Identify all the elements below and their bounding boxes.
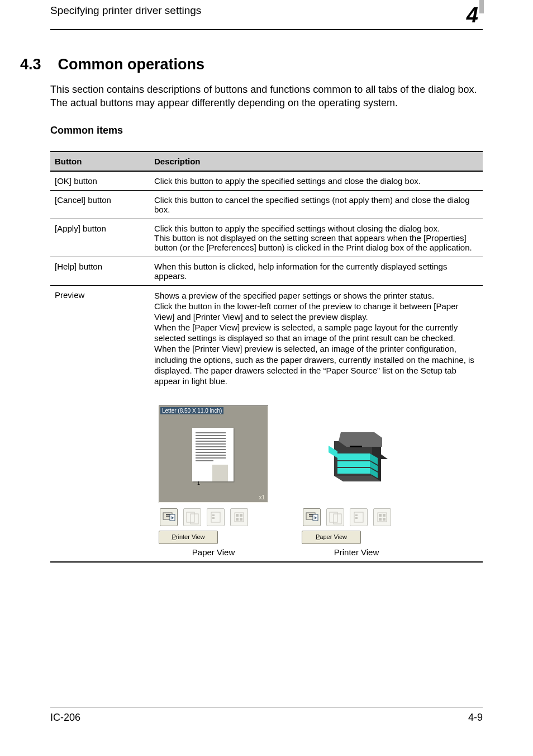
- watermark-icon[interactable]: [326, 508, 344, 526]
- page-header: Specifying printer driver settings 4: [50, 4, 483, 34]
- svg-rect-34: [355, 514, 358, 516]
- model-label: IC-206: [50, 712, 80, 724]
- common-items-table: Button Description [OK] button Click thi…: [50, 151, 483, 563]
- paper-view-button[interactable]: Paper View: [302, 531, 361, 544]
- paper-view-caption: Paper View: [159, 547, 268, 557]
- cell-desc: Click this button to apply the specified…: [150, 219, 483, 257]
- paper-view-canvas: Letter (8.50 X 11.0 inch): [159, 405, 268, 503]
- table-row: [Help] button When this button is clicke…: [50, 257, 483, 285]
- svg-rect-13: [240, 518, 242, 521]
- svg-rect-37: [379, 514, 382, 517]
- button-label-rest: rinter View: [176, 533, 205, 540]
- table-row: [OK] button Click this button to apply t…: [50, 171, 483, 191]
- table-row: [Cancel] button Click this button to can…: [50, 190, 483, 219]
- paper-size-label: Letter (8.50 X 11.0 inch): [160, 407, 223, 414]
- cell-button: [Cancel] button: [50, 190, 150, 219]
- paper-sheet-icon: 1: [192, 428, 234, 481]
- section-heading: 4.3Common operations: [20, 56, 483, 73]
- printer-view-toolbar: [303, 508, 410, 526]
- section-number: 4.3: [20, 56, 41, 73]
- svg-rect-10: [236, 514, 239, 517]
- svg-rect-19: [337, 461, 370, 467]
- paper-view-toolbar: [160, 508, 267, 526]
- th-description: Description: [150, 152, 483, 171]
- svg-rect-20: [337, 468, 370, 474]
- cell-button: Preview: [50, 285, 150, 562]
- chapter-marker-decoration: [479, 0, 484, 13]
- cell-button: [OK] button: [50, 171, 150, 191]
- svg-rect-39: [379, 518, 382, 521]
- paper-view-panel: Letter (8.50 X 11.0 inch): [159, 405, 268, 557]
- table-header-row: Button Description: [50, 152, 483, 171]
- svg-rect-35: [355, 517, 358, 519]
- cell-desc: Click this button to cancel the specifie…: [150, 190, 483, 219]
- button-label-rest: aper View: [320, 533, 347, 540]
- section-title: Common operations: [58, 56, 205, 73]
- cell-desc: When this button is clicked, help inform…: [150, 257, 483, 285]
- printer-view-button[interactable]: Printer View: [159, 531, 218, 544]
- svg-marker-25: [380, 453, 388, 459]
- printer-device-icon: [324, 421, 389, 488]
- cell-desc-preview: Shows a preview of the specified paper s…: [150, 285, 483, 562]
- detailed-icon[interactable]: [373, 508, 391, 526]
- svg-rect-40: [383, 518, 386, 521]
- quality-icon[interactable]: [350, 508, 368, 526]
- running-head: Specifying printer driver settings: [50, 4, 483, 17]
- page-number: 4-9: [468, 712, 483, 724]
- table-row-preview: Preview Shows a preview of the specified…: [50, 285, 483, 562]
- button-accelerator: P: [172, 533, 175, 540]
- cell-button: [Apply] button: [50, 219, 150, 257]
- zoom-label: x1: [259, 494, 265, 500]
- preview-description: Shows a preview of the specified paper s…: [154, 290, 477, 387]
- printer-view-panel: Paper View Printer View: [302, 405, 411, 557]
- printer-view-canvas: [302, 405, 411, 503]
- printer-info-active-icon[interactable]: [303, 508, 321, 526]
- printer-info-active-icon[interactable]: [160, 508, 178, 526]
- chapter-marker: 4: [453, 0, 483, 29]
- svg-rect-12: [236, 518, 239, 521]
- svg-rect-38: [383, 514, 386, 517]
- page-footer: IC-206 4-9: [50, 707, 483, 724]
- printer-view-caption: Printer View: [302, 547, 411, 557]
- svg-marker-17: [339, 432, 382, 447]
- cell-button: [Help] button: [50, 257, 150, 285]
- svg-rect-26: [350, 446, 362, 447]
- watermark-icon[interactable]: [183, 508, 201, 526]
- content: 4.3Common operations This section contai…: [50, 56, 483, 694]
- section-intro: This section contains descriptions of bu…: [50, 83, 483, 110]
- section-subtitle: Common items: [50, 125, 483, 136]
- preview-panels: Letter (8.50 X 11.0 inch): [159, 405, 477, 557]
- header-rule: [50, 29, 483, 30]
- detailed-icon[interactable]: [230, 508, 248, 526]
- page: Specifying printer driver settings 4 4.3…: [0, 0, 533, 756]
- cell-desc: Click this button to apply the specified…: [150, 171, 483, 191]
- svg-rect-11: [240, 514, 242, 517]
- table-row: [Apply] button Click this button to appl…: [50, 219, 483, 257]
- svg-rect-7: [212, 514, 215, 516]
- svg-rect-18: [337, 453, 370, 460]
- svg-rect-8: [212, 517, 215, 519]
- quality-icon[interactable]: [207, 508, 225, 526]
- chapter-number: 4: [467, 3, 478, 27]
- th-button: Button: [50, 152, 150, 171]
